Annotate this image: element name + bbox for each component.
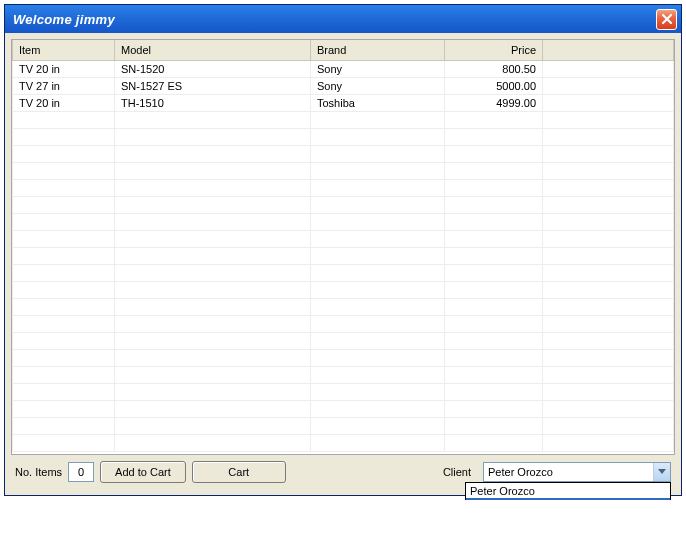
client-select[interactable]: Peter Orozco bbox=[483, 462, 671, 482]
table-row[interactable] bbox=[13, 281, 674, 298]
add-to-cart-button[interactable]: Add to Cart bbox=[100, 461, 186, 483]
table-row[interactable] bbox=[13, 349, 674, 366]
table-row[interactable] bbox=[13, 417, 674, 434]
table-row[interactable] bbox=[13, 383, 674, 400]
bottom-bar: No. Items Add to Cart Cart Client Peter … bbox=[11, 455, 675, 489]
table-row[interactable]: TV 20 inSN-1520Sony800.50 bbox=[13, 60, 674, 77]
content-area: Item Model Brand Price TV 20 inSN-1520So… bbox=[5, 33, 681, 495]
dropdown-arrow bbox=[653, 463, 670, 481]
cell-spacer bbox=[543, 60, 674, 77]
chevron-down-icon bbox=[658, 469, 666, 475]
cell-price: 4999.00 bbox=[445, 94, 543, 111]
table-row[interactable] bbox=[13, 247, 674, 264]
table-row[interactable] bbox=[13, 128, 674, 145]
client-dropdown[interactable]: Peter OrozcoJohn PerezChaz SmithPaulina … bbox=[465, 482, 671, 500]
col-header-price[interactable]: Price bbox=[445, 40, 543, 60]
cell-brand: Sony bbox=[311, 77, 445, 94]
cell-spacer bbox=[543, 94, 674, 111]
no-items-label: No. Items bbox=[15, 466, 62, 478]
no-items-input[interactable] bbox=[68, 462, 94, 482]
app-window: Welcome jimmy Item Model Brand Price bbox=[4, 4, 682, 496]
cell-brand: Sony bbox=[311, 60, 445, 77]
cell-price: 800.50 bbox=[445, 60, 543, 77]
col-header-brand[interactable]: Brand bbox=[311, 40, 445, 60]
client-selected-value: Peter Orozco bbox=[488, 466, 553, 478]
cell-model: SN-1520 bbox=[115, 60, 311, 77]
table-row[interactable] bbox=[13, 400, 674, 417]
cell-item: TV 27 in bbox=[13, 77, 115, 94]
table-row[interactable] bbox=[13, 111, 674, 128]
close-button[interactable] bbox=[656, 9, 677, 30]
cell-brand: Toshiba bbox=[311, 94, 445, 111]
window-title: Welcome jimmy bbox=[13, 12, 115, 27]
client-select-wrap: Peter Orozco Peter OrozcoJohn PerezChaz … bbox=[483, 462, 671, 482]
table-row[interactable] bbox=[13, 213, 674, 230]
table-row[interactable] bbox=[13, 366, 674, 383]
cell-model: SN-1527 ES bbox=[115, 77, 311, 94]
items-table[interactable]: Item Model Brand Price TV 20 inSN-1520So… bbox=[12, 40, 674, 452]
col-header-spacer bbox=[543, 40, 674, 60]
items-table-wrap: Item Model Brand Price TV 20 inSN-1520So… bbox=[11, 39, 675, 455]
table-row[interactable] bbox=[13, 145, 674, 162]
cell-model: TH-1510 bbox=[115, 94, 311, 111]
table-row[interactable] bbox=[13, 315, 674, 332]
titlebar: Welcome jimmy bbox=[5, 5, 681, 33]
cell-spacer bbox=[543, 77, 674, 94]
cart-button[interactable]: Cart bbox=[192, 461, 286, 483]
col-header-model[interactable]: Model bbox=[115, 40, 311, 60]
table-row[interactable] bbox=[13, 298, 674, 315]
table-row[interactable] bbox=[13, 230, 674, 247]
table-row[interactable] bbox=[13, 264, 674, 281]
cell-item: TV 20 in bbox=[13, 60, 115, 77]
table-row[interactable] bbox=[13, 434, 674, 451]
col-header-item[interactable]: Item bbox=[13, 40, 115, 60]
client-option[interactable]: John Perez bbox=[466, 498, 670, 500]
client-label: Client bbox=[443, 466, 471, 478]
table-row[interactable] bbox=[13, 196, 674, 213]
table-row[interactable] bbox=[13, 162, 674, 179]
cell-item: TV 20 in bbox=[13, 94, 115, 111]
cell-price: 5000.00 bbox=[445, 77, 543, 94]
table-row[interactable]: TV 27 inSN-1527 ESSony5000.00 bbox=[13, 77, 674, 94]
table-row[interactable] bbox=[13, 332, 674, 349]
table-row[interactable]: TV 20 inTH-1510Toshiba4999.00 bbox=[13, 94, 674, 111]
close-icon bbox=[661, 13, 673, 25]
client-option[interactable]: Peter Orozco bbox=[466, 483, 670, 498]
table-row[interactable] bbox=[13, 179, 674, 196]
